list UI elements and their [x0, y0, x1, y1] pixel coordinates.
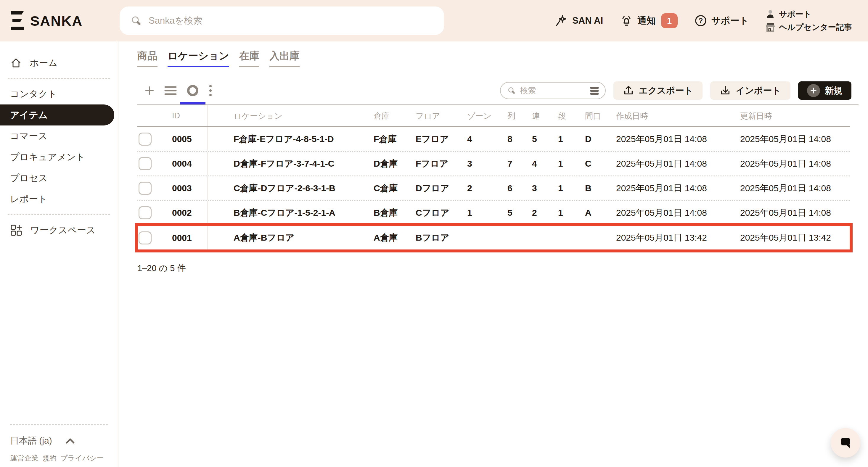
- export-button[interactable]: エクスポート: [613, 82, 703, 100]
- sidebar-item-label: プロセス: [10, 172, 48, 184]
- legal-link[interactable]: プライバシー: [60, 454, 104, 463]
- table-search-input[interactable]: [520, 86, 586, 95]
- cell-bay: [585, 225, 616, 250]
- header-checkbox-spacer: [137, 105, 156, 126]
- notifications-button[interactable]: 通知 1: [620, 13, 678, 28]
- tab-在庫[interactable]: 在庫: [239, 49, 259, 67]
- tab-入出庫[interactable]: 入出庫: [270, 49, 300, 67]
- toolbar: エクスポート インポート 新規: [137, 82, 859, 105]
- circle-view-button[interactable]: [186, 84, 199, 97]
- table-row[interactable]: 0001 A倉庫-Bフロア A倉庫 Bフロア 2025年05月01日 13:42…: [137, 225, 850, 250]
- san-ai-button[interactable]: SAN AI: [555, 14, 603, 27]
- sidebar-item-アイテム[interactable]: アイテム: [0, 104, 114, 125]
- cell-created: 2025年05月01日 14:08: [616, 152, 740, 176]
- row-checkbox[interactable]: [138, 206, 152, 219]
- header-level[interactable]: 段: [558, 105, 585, 126]
- sidebar-item-プロセス[interactable]: プロセス: [0, 167, 118, 188]
- cell-created: 2025年05月01日 13:42: [616, 225, 740, 250]
- sidebar-item-ワークスペース[interactable]: ワークスペース: [0, 220, 118, 241]
- table-row[interactable]: 0002 B倉庫-Cフロア-1-5-2-1-A B倉庫 Cフロア 1 5 2 1…: [137, 201, 850, 225]
- header-warehouse[interactable]: 倉庫: [374, 105, 416, 126]
- cell-floor: Cフロア: [416, 201, 467, 225]
- sidebar-item-コンタクト[interactable]: コンタクト: [0, 84, 118, 104]
- sidebar: ホーム コンタクト アイテム コマース プロキュアメント プロセス レポート ワ…: [0, 41, 118, 467]
- filter-icon[interactable]: [590, 86, 599, 95]
- language-selector[interactable]: 日本語 (ja): [10, 435, 108, 447]
- cell-row: 8: [507, 127, 532, 151]
- add-view-button[interactable]: [144, 85, 155, 96]
- table-search[interactable]: [500, 82, 606, 99]
- cell-warehouse: C倉庫: [374, 176, 416, 200]
- notification-count-badge[interactable]: 1: [661, 13, 678, 28]
- help-center-label: ヘルプセンター記事: [779, 22, 852, 33]
- sidebar-item-ホーム[interactable]: ホーム: [0, 52, 118, 73]
- cell-level: 1: [558, 127, 585, 151]
- cell-updated: 2025年05月01日 14:08: [740, 152, 850, 176]
- sidebar-item-label: アイテム: [10, 109, 48, 121]
- cell-warehouse: F倉庫: [374, 127, 416, 151]
- cell-warehouse: A倉庫: [374, 225, 416, 250]
- cell-level: 1: [558, 152, 585, 176]
- search-icon: [507, 86, 516, 95]
- cell-run: 5: [532, 127, 558, 151]
- cell-location: A倉庫-Bフロア: [208, 225, 374, 250]
- cell-zone: [467, 225, 507, 250]
- header-updated[interactable]: 更新日時: [740, 105, 850, 126]
- cell-row: [507, 225, 532, 250]
- import-button[interactable]: インポート: [710, 82, 790, 100]
- tab-ロケーション[interactable]: ロケーション: [167, 49, 229, 67]
- header-floor[interactable]: フロア: [416, 105, 467, 126]
- sidebar-list: ホーム コンタクト アイテム コマース プロキュアメント プロセス レポート ワ…: [0, 41, 118, 241]
- cell-bay: D: [585, 127, 616, 151]
- header-zone[interactable]: ゾーン: [467, 105, 507, 126]
- header-location[interactable]: ロケーション: [208, 105, 374, 126]
- list-view-button[interactable]: [164, 85, 177, 96]
- row-checkbox[interactable]: [138, 182, 152, 195]
- table-header: ID ロケーション 倉庫 フロア ゾーン 列 連 段 間口 作成日時 更新日時: [137, 105, 850, 127]
- cell-updated: 2025年05月01日 14:08: [740, 201, 850, 225]
- topbar-right: SAN AI 通知 1 ? サポート: [555, 9, 852, 33]
- sidebar-item-プロキュアメント[interactable]: プロキュアメント: [0, 147, 118, 167]
- legal-link[interactable]: 規約: [42, 454, 57, 463]
- sidebar-item-コマース[interactable]: コマース: [0, 125, 118, 147]
- cell-run: 4: [532, 152, 558, 176]
- cell-run: [532, 225, 558, 250]
- search-icon: [130, 15, 142, 27]
- cell-run: 3: [532, 176, 558, 200]
- row-checkbox[interactable]: [138, 231, 152, 244]
- header-row[interactable]: 列: [507, 105, 532, 126]
- help-center-link[interactable]: ヘルプセンター記事: [765, 22, 852, 33]
- table-row[interactable]: 0005 F倉庫-Eフロア-4-8-5-1-D F倉庫 Eフロア 4 8 5 1…: [137, 127, 850, 152]
- header-created[interactable]: 作成日時: [616, 105, 740, 126]
- chat-bubble-icon: [838, 436, 852, 450]
- global-search-input[interactable]: [149, 15, 444, 26]
- help-support-link[interactable]: サポート: [765, 9, 852, 20]
- cell-bay: A: [585, 201, 616, 225]
- cell-level: [558, 225, 585, 250]
- more-options-button[interactable]: [209, 84, 213, 97]
- app-logo[interactable]: SANKA: [8, 9, 83, 32]
- row-checkbox[interactable]: [138, 132, 152, 146]
- storefront-icon: [765, 22, 775, 32]
- cell-location: F倉庫-Eフロア-4-8-5-1-D: [208, 127, 374, 151]
- user-icon: [765, 9, 775, 19]
- legal-link[interactable]: 運営企業: [10, 454, 38, 463]
- cell-location: C倉庫-Dフロア-2-6-3-1-B: [208, 176, 374, 200]
- table-row[interactable]: 0004 D倉庫-Fフロア-3-7-4-1-C D倉庫 Fフロア 3 7 4 1…: [137, 152, 850, 176]
- svg-text:?: ?: [699, 17, 703, 25]
- question-circle-icon: ?: [694, 14, 707, 27]
- locations-table: ID ロケーション 倉庫 フロア ゾーン 列 連 段 間口 作成日時 更新日時 …: [137, 105, 850, 250]
- cell-zone: 1: [467, 201, 507, 225]
- support-button[interactable]: ? サポート: [694, 14, 749, 27]
- tab-商品[interactable]: 商品: [137, 49, 157, 67]
- header-id[interactable]: ID: [156, 105, 208, 126]
- header-run[interactable]: 連: [532, 105, 558, 126]
- header-bay[interactable]: 間口: [585, 105, 616, 126]
- chat-launcher-button[interactable]: [831, 428, 860, 458]
- global-search[interactable]: [120, 6, 444, 35]
- topbar: SANKA SAN AI: [0, 0, 868, 41]
- sidebar-item-レポート[interactable]: レポート: [0, 188, 118, 210]
- row-checkbox[interactable]: [138, 157, 152, 170]
- new-button[interactable]: 新規: [798, 82, 851, 100]
- table-row[interactable]: 0003 C倉庫-Dフロア-2-6-3-1-B C倉庫 Dフロア 2 6 3 1…: [137, 176, 850, 201]
